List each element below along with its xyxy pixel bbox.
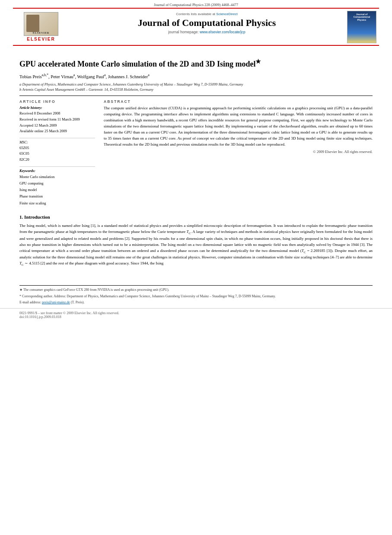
journal-header: ELSEVIER Contents lists available at Sci… — [13, 8, 379, 46]
copyright: © 2009 Elsevier Inc. All rights reserved… — [104, 150, 373, 154]
msc-label: MSC: — [19, 140, 95, 144]
header-left: ELSEVIER — [13, 10, 69, 43]
article-history: Article history: Received 8 December 200… — [19, 105, 95, 134]
footer1: 0021-9991/$ – see front matter © 2009 El… — [19, 311, 373, 315]
sciencedirect-line: Contents lists available at ScienceDirec… — [73, 12, 340, 16]
received1: Received 8 December 2008 — [19, 111, 95, 117]
affil-a: a Department of Physics, Mathematics and… — [19, 82, 373, 87]
fn2-text: Corresponding author. Address: Departmen… — [22, 294, 276, 298]
msc1: 65Z05 — [19, 145, 95, 151]
author1-sup: a,b,* — [41, 73, 48, 77]
footer-bottom: 0021-9991/$ – see front matter © 2009 El… — [0, 308, 392, 319]
elsevier-wordmark: ELSEVIER — [27, 37, 55, 41]
fn1-star: ★ — [19, 288, 22, 292]
kw2: GPU computing — [19, 180, 95, 187]
journal-homepage: journal homepage: www.elsevier.com/locat… — [73, 30, 340, 34]
author3: , Wolfgang Paul — [75, 74, 104, 79]
tc-sub: C — [189, 232, 191, 235]
affil-b: b Artemis Capital Asset Management GmbH … — [19, 87, 373, 92]
footnote2: * Corresponding author. Address: Departm… — [19, 294, 373, 299]
journal-title: Journal of Computational Physics — [73, 17, 340, 29]
article-info-label: ARTICLE INFO — [19, 99, 95, 104]
journal-ref: Journal of Computational Physics 228 (20… — [154, 3, 238, 7]
abstract-col: ABSTRACT The compute unified device arch… — [104, 99, 373, 207]
separator — [19, 96, 373, 96]
introduction-heading: 1. Introduction — [19, 214, 373, 220]
main-content: GPU accelerated Monte Carlo simulation o… — [0, 46, 392, 279]
fn2-star: * — [19, 294, 21, 298]
author1: Tobias Preis — [19, 74, 41, 79]
available-online: Available online 25 March 2009 — [19, 128, 95, 134]
elsevier-logo-image — [24, 12, 58, 36]
footnote3: E-mail address: preis@uni-mainz.de (T. P… — [19, 300, 373, 306]
two-col-layout: ARTICLE INFO Article history: Received 8… — [19, 99, 373, 207]
journal-homepage-link[interactable]: www.elsevier.com/locate/jcp — [200, 30, 245, 34]
fn3-email-suffix: (T. Preis). — [71, 300, 85, 304]
kw5: Finite size scaling — [19, 200, 95, 207]
footnote1: ★ The consumer graphics card GeForce GTX… — [19, 287, 373, 293]
journal-thumb-title: Journal ofComputationalPhysics — [354, 13, 370, 22]
affiliations: a Department of Physics, Mathematics and… — [19, 82, 373, 92]
intro-para1: The Ising model, which is named after Is… — [19, 223, 373, 268]
author4: , Johannes J. Schneider — [105, 74, 148, 79]
page: Journal of Computational Physics 228 (20… — [0, 0, 392, 535]
fn3-email-label: E-mail address: — [19, 300, 41, 304]
article-title: GPU accelerated Monte Carlo simulation o… — [19, 58, 373, 69]
history-label: Article history: — [19, 105, 95, 110]
header-center: Contents lists available at ScienceDirec… — [69, 10, 344, 43]
tc-tilde-sub: C — [22, 263, 24, 267]
msc-section: MSC: 65Z05 65C05 82C20 — [19, 138, 95, 163]
keywords-section: Keywords: Monte Carlo simulation GPU com… — [19, 166, 95, 207]
footer-separator — [19, 285, 373, 286]
article-info-col: ARTICLE INFO Article history: Received 8… — [19, 99, 95, 207]
title-star: ★ — [255, 58, 261, 65]
fn3-email-link[interactable]: preis@uni-mainz.de — [42, 300, 70, 304]
footer2: doi:10.1016/j.jcp.2009.03.018 — [19, 315, 373, 319]
msc2: 65C05 — [19, 151, 95, 157]
author2: , Peter Virnau — [48, 74, 73, 79]
journal-thumbnail: Journal ofComputationalPhysics — [347, 11, 376, 43]
journal-ref-bar: Journal of Computational Physics 228 (20… — [0, 0, 392, 8]
fn1-text: The consumer graphics card GeForce GTX 2… — [23, 288, 169, 292]
elsevier-logo: ELSEVIER — [24, 12, 58, 41]
author4-sup: a — [148, 73, 150, 77]
history-items: Received 8 December 2008 Received in rev… — [19, 111, 95, 134]
received-revised: Received in revised form 11 March 2009 — [19, 117, 95, 123]
abstract-label: ABSTRACT — [104, 99, 373, 104]
sciencedirect-link[interactable]: ScienceDirect — [216, 12, 237, 16]
keywords-label: Keywords: — [19, 169, 95, 173]
kw1: Monte Carlo simulation — [19, 174, 95, 180]
header-right: Journal ofComputationalPhysics — [344, 10, 379, 43]
keyword-items: Monte Carlo simulation GPU computing Isi… — [19, 174, 95, 207]
msc3: 82C20 — [19, 157, 95, 163]
kw3: Ising model — [19, 187, 95, 193]
abstract-text: The compute unified device architecture … — [104, 105, 373, 148]
footnotes: ★ The consumer graphics card GeForce GTX… — [0, 287, 392, 306]
authors-line: Tobias Preisa,b,*, Peter Virnaua, Wolfga… — [19, 73, 373, 80]
kw4: Phase transition — [19, 193, 95, 200]
msc-items: 65Z05 65C05 82C20 — [19, 145, 95, 163]
tc-eq-sub: C — [304, 250, 306, 254]
accepted: Accepted 12 March 2009 — [19, 123, 95, 129]
